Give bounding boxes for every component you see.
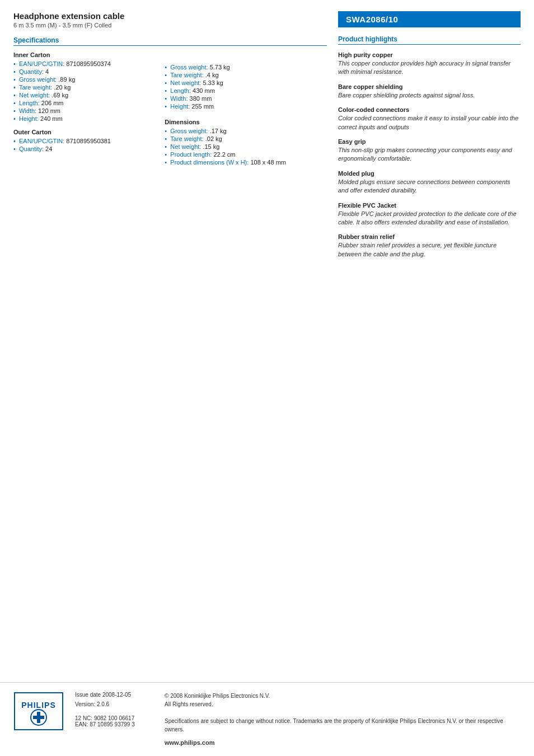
version-row: Version: 2.0.6 <box>75 701 153 707</box>
spec-value: .17 kg <box>210 128 227 134</box>
highlight-desc: Bare copper shielding protects against s… <box>338 91 521 100</box>
highlight-item-3: Color-coded connectors Color coded conne… <box>338 106 521 132</box>
product-subtitle: 6 m 3.5 mm (M) - 3.5 mm (F) Coiled <box>13 22 327 29</box>
product-code-bar: SWA2086/10 <box>338 11 521 27</box>
list-item: EAN/UPC/GTIN: 8710895950381 <box>13 138 165 144</box>
list-item: Product length: 22.2 cm <box>165 151 327 158</box>
inner-carton-list: EAN/UPC/GTIN: 8710895950374 Quantity: 4 … <box>13 60 165 122</box>
spec-label: Product dimensions (W x H): <box>170 159 250 166</box>
highlight-desc: Flexible PVC jacket provided protection … <box>338 210 521 227</box>
spec-label: EAN/UPC/GTIN: <box>19 60 66 67</box>
spec-label: Quantity: <box>19 145 45 152</box>
nc-row: 12 NC: 9082 100 06617 <box>75 715 153 721</box>
spec-label: Length: <box>19 100 41 106</box>
main-content: Headphone extension cable 6 m 3.5 mm (M)… <box>0 0 534 682</box>
spec-label: Height: <box>19 115 40 122</box>
highlight-name: Easy grip <box>338 138 521 145</box>
spec-value: 8710895950381 <box>66 138 111 144</box>
spec-label: Width: <box>170 95 189 102</box>
version-value: 2.0.6 <box>97 701 109 707</box>
footer-meta: Issue date 2008-12-05 Version: 2.0.6 12 … <box>75 692 153 727</box>
dimensions-list: Gross weight: .17 kg Tare weight: .02 kg… <box>165 128 327 166</box>
list-item: Tare weight: .4 kg <box>165 72 327 78</box>
list-item: Gross weight: .89 kg <box>13 76 165 83</box>
highlight-item-4: Easy grip This non-slip grip makes conne… <box>338 138 521 163</box>
highlight-item-5: Molded plug Molded plugs ensure secure c… <box>338 170 521 195</box>
spec-label: Tare weight: <box>170 72 205 78</box>
spec-label: Net weight: <box>170 143 203 150</box>
ean-row: EAN: 87 10895 93799 3 <box>75 721 153 727</box>
spec-value: 108 x 48 mm <box>250 159 286 166</box>
spec-value: 5.33 kg <box>203 79 223 86</box>
product-title: Headphone extension cable <box>13 11 327 21</box>
list-item: Width: 380 mm <box>165 95 327 102</box>
philips-logo: PHILIPS <box>13 692 64 731</box>
list-item: Net weight: .15 kg <box>165 143 327 150</box>
spec-value: 120 mm <box>38 107 60 114</box>
highlight-item-7: Rubber strain relief Rubber strain relie… <box>338 233 521 259</box>
spec-value: 24 <box>45 145 52 152</box>
spec-value: 206 mm <box>41 100 64 106</box>
highlight-desc: Color coded connections make it easy to … <box>338 114 521 132</box>
highlight-name: High purity copper <box>338 51 521 58</box>
list-item: Length: 206 mm <box>13 100 165 106</box>
highlight-name: Color-coded connectors <box>338 106 521 113</box>
spec-label: Tare weight: <box>19 84 54 91</box>
footer: PHILIPS Issue date 2008-12-05 Version: 2… <box>0 682 534 757</box>
list-item: Height: 255 mm <box>165 103 327 110</box>
issue-label: Issue date <box>75 692 101 698</box>
highlights-section-title: Product highlights <box>338 35 521 45</box>
highlight-name: Flexible PVC Jacket <box>338 202 521 209</box>
list-item: EAN/UPC/GTIN: 8710895950374 <box>13 60 165 67</box>
right-col-items: Gross weight: 5.73 kg Tare weight: .4 kg… <box>165 64 327 110</box>
spec-label: Product length: <box>170 151 213 158</box>
svg-text:PHILIPS: PHILIPS <box>21 701 55 710</box>
highlight-name: Bare copper shielding <box>338 83 521 90</box>
specs-left-col: Inner Carton EAN/UPC/GTIN: 8710895950374… <box>13 51 165 172</box>
spec-label: Height: <box>170 103 191 110</box>
version-label: Version: <box>75 701 95 707</box>
highlight-item-2: Bare copper shielding Bare copper shield… <box>338 83 521 100</box>
outer-carton-list: EAN/UPC/GTIN: 8710895950381 Quantity: 24 <box>13 138 165 152</box>
specifications-title: Specifications <box>13 36 327 46</box>
spec-value: .02 kg <box>205 135 222 142</box>
list-item: Tare weight: .20 kg <box>13 84 165 91</box>
list-item: Quantity: 24 <box>13 145 165 152</box>
list-item: Length: 430 mm <box>165 87 327 94</box>
list-item: Tare weight: .02 kg <box>165 135 327 142</box>
spec-label: Tare weight: <box>170 135 205 142</box>
svg-rect-0 <box>15 693 63 730</box>
issue-value: 2008-12-05 <box>102 692 131 698</box>
footer-legal: © 2008 Koninklijke Philips Electronics N… <box>165 692 521 748</box>
svg-rect-3 <box>33 716 44 719</box>
highlight-desc: This copper conductor provides high accu… <box>338 59 521 77</box>
spec-label: Net weight: <box>170 79 203 86</box>
spec-label: Net weight: <box>19 92 51 98</box>
list-item: Net weight: 5.33 kg <box>165 79 327 86</box>
list-item: Gross weight: 5.73 kg <box>165 64 327 71</box>
right-panel: SWA2086/10 Product highlights High purit… <box>338 11 521 682</box>
spec-value: 240 mm <box>40 115 63 122</box>
spec-value: .69 kg <box>51 92 68 98</box>
inner-carton-title: Inner Carton <box>13 51 165 58</box>
specs-columns: Inner Carton EAN/UPC/GTIN: 8710895950374… <box>13 51 327 172</box>
specs-right-col: Gross weight: 5.73 kg Tare weight: .4 kg… <box>165 51 327 172</box>
spec-label: Gross weight: <box>19 76 58 83</box>
website: www.philips.com <box>165 738 521 748</box>
spec-label: EAN/UPC/GTIN: <box>19 138 66 144</box>
spec-value: 380 mm <box>190 95 212 102</box>
spec-value: 22.2 cm <box>213 151 235 158</box>
spec-label: Quantity: <box>19 68 45 75</box>
spec-value: 5.73 kg <box>210 64 230 71</box>
spec-value: .15 kg <box>203 143 219 150</box>
copyright: © 2008 Koninklijke Philips Electronics N… <box>165 692 521 700</box>
list-item: Product dimensions (W x H): 108 x 48 mm <box>165 159 327 166</box>
spec-value: .4 kg <box>205 72 219 78</box>
highlight-item-6: Flexible PVC Jacket Flexible PVC jacket … <box>338 202 521 227</box>
issue-date-row: Issue date 2008-12-05 <box>75 692 153 698</box>
left-panel: Headphone extension cable 6 m 3.5 mm (M)… <box>13 11 338 682</box>
nc-ean: 12 NC: 9082 100 06617 EAN: 87 10895 9379… <box>75 715 153 727</box>
highlight-name: Rubber strain relief <box>338 233 521 240</box>
list-item: Quantity: 4 <box>13 68 165 75</box>
highlight-name: Molded plug <box>338 170 521 177</box>
